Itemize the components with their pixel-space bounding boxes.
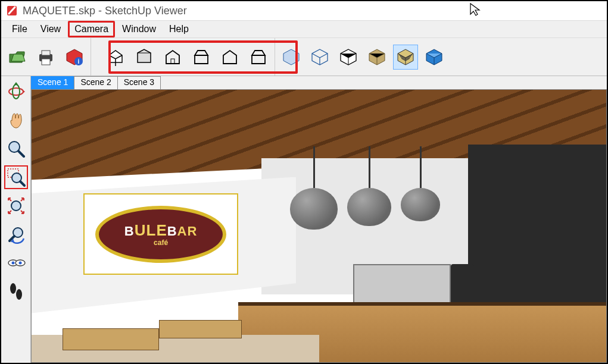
zoom-extents-button[interactable] [4,194,28,218]
svg-point-23 [18,262,21,265]
shaded-textures-button[interactable] [393,45,418,70]
menubar: File View Camera Window Help [1,20,607,38]
bulebar-logo: BULEBAR café [95,206,227,263]
pendant-lamp [401,188,440,221]
walk-button[interactable] [4,280,28,303]
previous-view-icon [6,224,26,244]
pan-icon [6,110,26,130]
hiddenline-button[interactable] [336,45,361,70]
print-icon [36,47,56,67]
iso-view-icon [105,47,126,67]
wireframe-icon [310,47,330,67]
shaded-icon [367,47,387,67]
styles-toolbar-group [275,38,450,76]
svg-rect-3 [42,59,50,65]
orbit-button[interactable] [4,80,28,103]
app-window: MAQUETE.skp - SketchUp Viewer File View … [0,0,608,364]
look-around-button[interactable] [4,251,28,275]
content-row: Scene 1 Scene 2 Scene 3 BUL [1,76,607,363]
main-area: Scene 1 Scene 2 Scene 3 BUL [31,76,607,363]
print-button[interactable] [33,45,58,70]
model-info-button[interactable]: i [62,45,87,70]
menu-help[interactable]: Help [163,21,195,37]
left-view-button[interactable] [246,45,271,70]
pendant-lamp [347,188,391,226]
scene-tab-2[interactable]: Scene 2 [74,76,117,89]
open-button[interactable] [5,45,30,70]
monochrome-icon [424,47,444,67]
top-view-button[interactable] [132,45,157,70]
svg-point-8 [13,84,20,99]
window-title: MAQUETE.skp - SketchUp Viewer [23,5,187,17]
svg-rect-6 [171,59,174,64]
front-view-icon [163,47,183,67]
zoom-extents-icon [6,196,26,216]
previous-view-button[interactable] [4,222,28,246]
menu-window[interactable]: Window [116,21,162,37]
scene-tabs: Scene 1 Scene 2 Scene 3 [31,76,607,89]
svg-text:i: i [78,58,80,65]
table [63,328,159,350]
logo-sub-text: café [154,239,168,247]
front-view-button[interactable] [160,45,185,70]
zoom-icon [6,139,26,159]
pendant-lamps [290,188,485,264]
iso-view-button[interactable] [103,45,128,70]
svg-marker-9 [23,90,25,93]
svg-line-15 [20,181,24,186]
coffee-grinder [451,264,474,307]
pan-button[interactable] [4,108,28,132]
table [159,320,242,338]
camera-toolbar [1,76,31,363]
top-toolbar: i [1,38,607,76]
titlebar: MAQUETE.skp - SketchUp Viewer [1,1,607,20]
zoom-window-icon [6,167,26,187]
logo-poster: BULEBAR café [83,193,239,275]
zoom-window-button[interactable] [4,165,28,189]
app-icon [6,5,18,17]
hiddenline-icon [338,47,358,67]
svg-point-7 [9,88,23,95]
walk-icon [6,281,26,302]
zoom-button[interactable] [4,137,28,161]
menu-file[interactable]: File [6,21,33,37]
back-view-button[interactable] [217,45,242,70]
3d-viewport[interactable]: BULEBAR café [31,89,607,363]
svg-point-21 [11,262,14,265]
svg-line-12 [18,151,24,156]
top-view-icon [134,47,154,67]
menu-camera[interactable]: Camera [68,21,115,37]
look-around-icon [6,253,26,273]
xray-button[interactable] [279,45,304,70]
views-toolbar-group [91,38,275,76]
pendant-lamp [290,188,338,230]
svg-marker-10 [14,82,18,84]
svg-point-25 [16,289,22,300]
shaded-textures-icon [395,47,416,67]
menu-view[interactable]: View [35,21,67,37]
shaded-button[interactable] [364,45,389,70]
wireframe-button[interactable] [307,45,332,70]
svg-point-16 [11,201,21,211]
right-view-icon [191,47,211,67]
dining-tables [49,291,279,357]
model-info-icon: i [64,47,85,67]
svg-point-24 [10,283,16,294]
orbit-icon [6,81,26,102]
file-toolbar-group: i [1,38,91,76]
back-view-icon [220,47,240,67]
right-view-button[interactable] [189,45,214,70]
scene-tab-3[interactable]: Scene 3 [117,76,161,89]
monochrome-button[interactable] [422,45,447,70]
xray-icon [281,47,301,67]
left-view-icon [248,47,269,67]
logo-main-text: BULEBAR [124,221,198,240]
svg-rect-2 [42,51,50,55]
open-icon [7,47,27,67]
scene-tab-1[interactable]: Scene 1 [31,76,74,89]
